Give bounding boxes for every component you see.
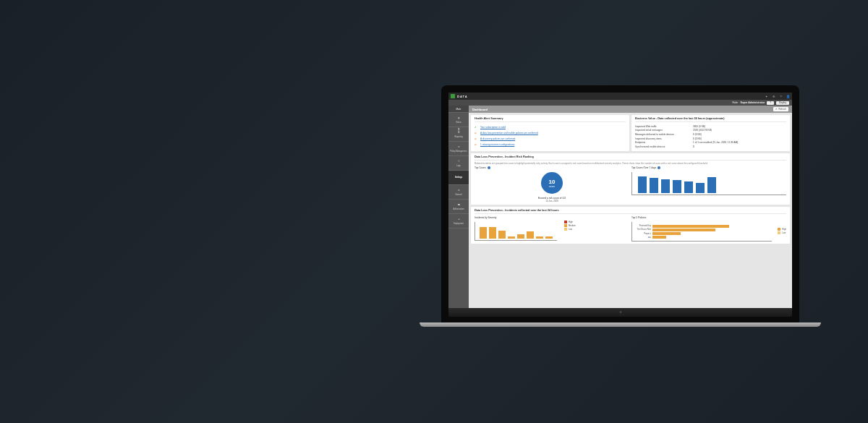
bar [527,231,534,239]
policy-row: Protected Key [632,225,772,228]
bar [545,236,553,239]
risk-helptext: Related incidents are grouped into cases… [475,163,786,166]
incidents-panel: Data Loss Prevention - Incidents collect… [471,207,790,244]
sidebar-item-general[interactable]: ⚙ General [448,185,469,200]
legend-item: High [778,228,786,231]
role-help-badge[interactable]: ? [767,101,774,105]
user-icon[interactable]: 👤 [786,95,790,98]
health-alert-panel: Health Alert Summary ✔ Your subscription… [471,115,629,151]
bar [638,176,647,193]
top-cases-7d-chart [631,172,786,195]
severity-subhead: Incidents by Severity [475,216,496,219]
bv-value: 2926 (451270 KB) [693,129,712,132]
health-alert-title: Health Alert Summary [475,117,626,122]
sidebar-item-settings[interactable]: Settings [448,171,469,185]
camera-dot [619,311,621,313]
refresh-button[interactable]: ⟳ Refresh [773,107,788,111]
bv-key: Synchronized mobile devices [635,145,693,148]
bv-key: Endpoints [635,141,693,144]
legend-item: High [564,221,576,223]
alert-link[interactable]: A discovery policies are confirmed [480,137,515,140]
top-cases-subhead: Top Cases [475,166,486,169]
bar [684,181,693,193]
risk-title: Data Loss Prevention - Incident Risk Ran… [475,155,786,161]
deploy-button[interactable]: Deploy [776,101,789,105]
alert-line: ⊘ 1 missing incorrect configurations [475,142,626,148]
help-icon[interactable]: ? [779,95,783,98]
legend-label: High [782,228,786,231]
alert-line: ⊘ A data loss prevention and mobile poli… [475,130,626,136]
alert-line: ✔ Your subscription is valid [475,124,626,130]
policy-row: Test Discov Rule [632,228,772,231]
legend-swatch [778,231,780,234]
legend-swatch [564,228,567,231]
logs-icon: ☷ [456,160,461,164]
role-value: Super Administrator [741,101,765,104]
policies-legend: HighLow [778,228,786,234]
bv-key: Inspected Web traffic [635,125,693,128]
bv-title: Business Value - Data collected over the… [635,117,786,122]
rolebar: Role: Super Administrator ? Deploy [448,100,792,106]
kpi-date: 15 Jan, 2020 [475,200,629,202]
settings-icon[interactable]: ⚙ [772,95,775,98]
bar [661,179,670,194]
policy-bar [652,225,729,228]
sidebar-item-status[interactable]: ◉ Status [448,113,469,127]
policies-subhead: Top 5 Policies [631,216,646,219]
bar [508,236,515,239]
info-icon[interactable]: i [658,166,660,169]
info-icon[interactable]: i [488,166,490,169]
sidebar-label-policy: Policy Management [451,150,467,153]
policy-bar [652,236,666,239]
app-brand: DATA [457,95,468,98]
legend-label: Low [782,231,786,234]
warn-icon: ⊘ [475,137,478,140]
status-icon: ◉ [456,116,461,121]
bar [517,234,524,239]
sidebar-label-general: General [455,194,461,196]
sidebar: Main ◉ Status ≣ Reporting ⚖ Policy Manag… [448,106,469,308]
notification-icon[interactable]: ✦ [765,95,768,98]
sidebar-label-status: Status [456,121,461,124]
policy-icon: ⚖ [456,145,461,150]
refresh-icon: ⟳ [775,108,778,111]
kpi-circle[interactable]: 10 cases [541,172,563,194]
bar [707,177,716,194]
bar [498,231,506,239]
refresh-label: Refresh [778,108,786,111]
legend-swatch [564,221,567,223]
sidebar-section-main: Main [448,106,469,113]
severity-chart [475,222,557,241]
policy-label: Test Discov Rule [632,228,652,231]
alert-link[interactable]: 1 missing incorrect configurations [480,143,514,146]
sidebar-item-deployment[interactable]: ⇲ Deployment [448,214,469,228]
bar [536,236,543,239]
sidebar-label-deploy: Deployment [454,223,464,225]
policy-label: Proper s [632,233,652,235]
legend-label: High [569,221,573,223]
sidebar-item-logs[interactable]: ☷ Logs [448,156,469,171]
legend-swatch [778,228,780,231]
warn-icon: ⊘ [475,132,478,134]
policy-row: Proper s [632,232,772,235]
warn-icon: ⊘ [475,143,478,146]
alert-link[interactable]: Your subscription is valid [480,126,506,129]
business-value-panel: Business Value - Data collected over the… [631,115,790,151]
legend-item: Low [564,228,576,231]
legend-item: Medium [564,224,576,227]
legend-item: Low [778,231,786,234]
policy-label: Protected Key [632,225,652,227]
kpi-number: 10 [549,179,556,185]
sidebar-label-settings: Settings [455,176,462,179]
sidebar-item-authorization[interactable]: ⚿ Authorization [448,200,469,214]
page-title: Dashboard [472,108,488,111]
alert-link[interactable]: A data loss prevention and mobile polici… [480,132,538,134]
policy-bar [652,228,715,231]
bv-value: 1 of 1 are enabled (15 Jan, 2020, 11:39 … [693,141,738,144]
risk-kpi: 10 cases Exceed a risk score of 4.0 15 J… [475,172,629,202]
sidebar-item-reporting[interactable]: ≣ Reporting [448,127,469,142]
policies-chart: Protected KeyTest Discov RuleProper saaa [631,222,772,242]
bv-row: Synchronized mobile devices0 [635,145,786,149]
role-label: Role: [732,101,738,104]
sidebar-item-policy[interactable]: ⚖ Policy Management [448,142,469,156]
